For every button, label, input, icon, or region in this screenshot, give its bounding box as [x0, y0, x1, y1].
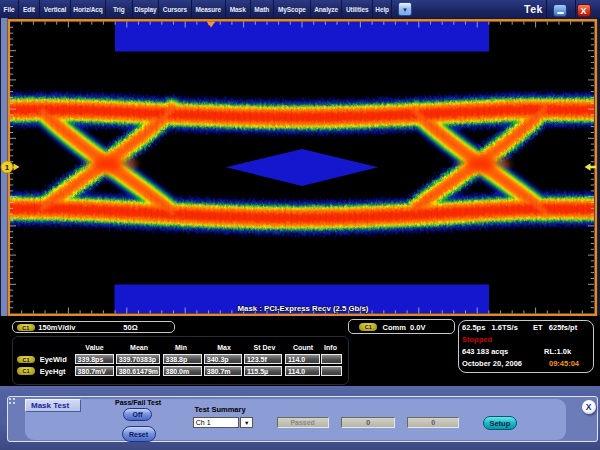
- svg-text:Mask : PCI-Express Recv (2.5 G: Mask : PCI-Express Recv (2.5 Gb/s): [238, 304, 369, 313]
- svg-text:1: 1: [5, 163, 10, 172]
